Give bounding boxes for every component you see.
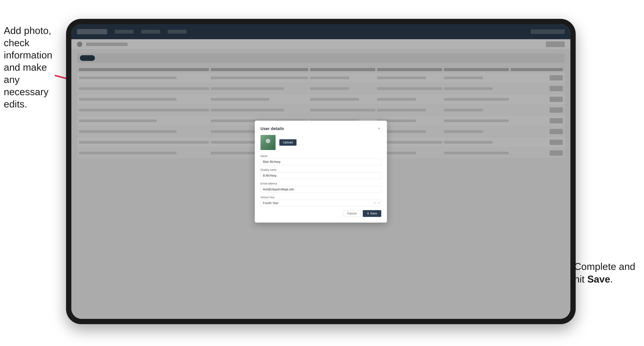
- save-label: Save: [370, 212, 377, 215]
- photo-thumbnail: [260, 135, 276, 150]
- select-clear-icon[interactable]: ×: [374, 201, 376, 205]
- photo-section: Upload: [260, 135, 381, 150]
- display-name-form-group: Display name: [260, 168, 381, 179]
- annotation-left: Add photo, check information and make an…: [4, 24, 60, 110]
- user-details-modal: User details × Upload Name: [255, 121, 387, 223]
- display-name-label: Display name: [260, 168, 381, 171]
- name-form-group: Name: [260, 155, 381, 165]
- name-input[interactable]: [260, 159, 381, 165]
- email-form-group: Email address: [260, 182, 381, 193]
- display-name-input[interactable]: [260, 172, 381, 179]
- annotation-right: Complete and hit Save.: [574, 260, 638, 286]
- app-content: User details × Upload Name: [71, 24, 570, 319]
- cancel-button[interactable]: Cancel: [343, 210, 360, 217]
- select-arrow-icon: ▾: [378, 202, 380, 204]
- school-year-select[interactable]: Fourth Year First Year Second Year Third…: [260, 200, 381, 206]
- upload-button[interactable]: Upload: [279, 139, 296, 146]
- email-input[interactable]: [260, 186, 381, 193]
- modal-close-button[interactable]: ×: [377, 127, 381, 131]
- school-year-form-group: School Year Fourth Year First Year Secon…: [260, 196, 381, 206]
- school-year-label: School Year: [260, 196, 381, 199]
- modal-overlay: User details × Upload Name: [71, 24, 570, 319]
- modal-title: User details: [260, 126, 284, 131]
- save-icon: ⬆: [367, 212, 369, 215]
- save-button[interactable]: ⬆ Save: [363, 210, 381, 217]
- photo-image: [260, 135, 276, 150]
- school-year-select-wrapper: Fourth Year First Year Second Year Third…: [260, 200, 381, 206]
- modal-footer: Cancel ⬆ Save: [260, 210, 381, 217]
- tablet-screen: User details × Upload Name: [71, 24, 570, 319]
- annotation-right-save: Save: [587, 274, 610, 285]
- modal-header: User details ×: [260, 126, 381, 131]
- email-label: Email address: [260, 182, 381, 185]
- tablet-device: User details × Upload Name: [66, 19, 576, 324]
- name-label: Name: [260, 155, 381, 158]
- annotation-right-period: .: [610, 274, 613, 285]
